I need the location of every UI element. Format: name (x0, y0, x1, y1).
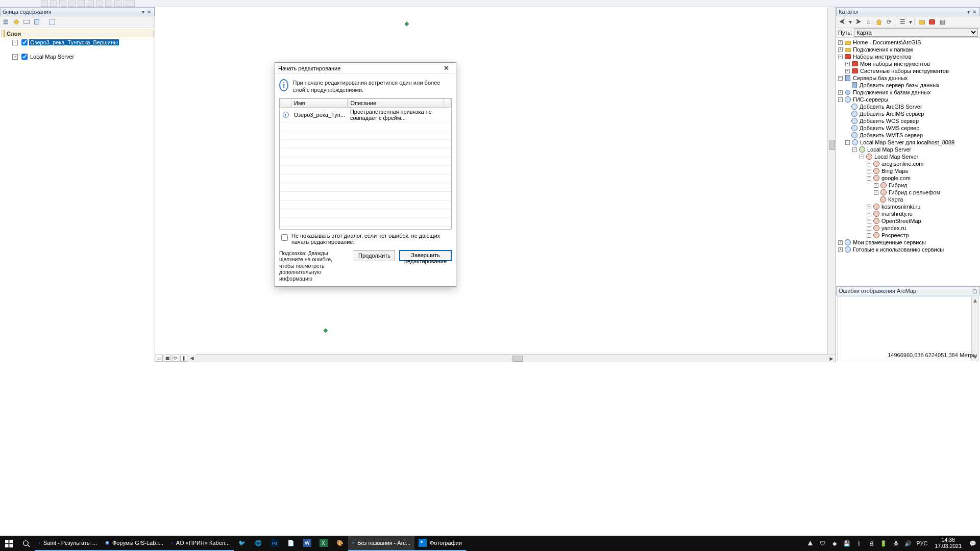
layer-visibility-checkbox[interactable] (21, 39, 28, 45)
refresh-icon[interactable]: ⟳ (885, 17, 894, 27)
catalog-node-local-map-server[interactable]: −Local Map Server (837, 146, 979, 153)
task-notepad[interactable]: 📄 (283, 536, 299, 551)
task-photoshop[interactable]: Ps (266, 536, 283, 551)
map-view[interactable]: ▭ ▦ ⟳ ∥ ◄ ► (155, 7, 836, 362)
catalog-node-ready-services[interactable]: +Готовые к использованию сервисы (837, 246, 979, 253)
pause-button[interactable]: ∥ (180, 355, 187, 362)
task-chrome-prin[interactable]: АО «ПРИН» Кабел... (167, 536, 234, 551)
drawing-errors-close-icon[interactable]: ▢ (971, 288, 977, 294)
start-button[interactable] (0, 536, 17, 551)
toc-options-icon[interactable] (47, 17, 57, 27)
layout-view-button[interactable]: ▦ (164, 355, 171, 362)
notifications-icon[interactable]: 💬 (969, 539, 977, 547)
catalog-node-local-map-server-2[interactable]: −Local Map Server (837, 153, 979, 160)
catalog-path-select[interactable]: Карта (854, 28, 978, 37)
task-excel[interactable]: X (315, 536, 332, 551)
toc-tree[interactable]: Слои + Озеро3_река_Тунгуска_Вершины + Lo… (0, 28, 155, 362)
tray-network-icon[interactable]: 🖧 (892, 539, 900, 547)
col-name[interactable]: Имя (291, 98, 348, 107)
taskbar-clock[interactable]: 14:36 17.03.2021 (932, 537, 965, 549)
catalog-node-home[interactable]: +Home - Documents\ArcGIS (837, 39, 979, 46)
catalog-node-map[interactable]: Карта (837, 196, 979, 203)
catalog-node-my-hosted[interactable]: +Мои размещенные сервисы (837, 239, 979, 246)
dialog-titlebar[interactable]: Начать редактирование ✕ (275, 63, 456, 74)
up-icon[interactable]: ⌂ (864, 17, 873, 27)
drawing-errors-body[interactable]: ▲ ▼ (837, 296, 979, 361)
catalog-node-bing[interactable]: +Bing Maps (837, 167, 979, 174)
expand-icon[interactable]: + (12, 40, 18, 45)
catalog-node-db-connections[interactable]: +Подключения к базам данных (837, 89, 979, 96)
tray-volume-icon[interactable]: 🔊 (904, 539, 912, 547)
toc-close-icon[interactable]: ✕ (146, 9, 152, 15)
dont-show-checkbox[interactable] (281, 234, 288, 241)
back-dropdown-icon[interactable]: ▾ (848, 17, 853, 27)
toc-group-layers[interactable]: Слои (1, 30, 154, 37)
catalog-node-add-wms[interactable]: Добавить WMS сервер (837, 124, 979, 132)
catalog-node-toolsets[interactable]: −Наборы инструментов (837, 53, 979, 60)
task-word[interactable]: W (299, 536, 315, 551)
list-dropdown-icon[interactable]: ▾ (908, 17, 913, 27)
task-arcmap[interactable]: Без названия - Arc... (348, 536, 414, 551)
catalog-node-my-toolsets[interactable]: +Мои наборы инструментов (837, 60, 979, 67)
toc-list-by-selection-icon[interactable] (32, 17, 41, 27)
toc-list-by-source-icon[interactable] (12, 17, 21, 27)
taskbar[interactable]: Saint - Результаты ... Форумы GIS-Lab.i.… (0, 536, 980, 551)
catalog-tree[interactable]: +Home - Documents\ArcGIS +Подключения к … (836, 38, 980, 286)
search-button[interactable] (17, 536, 35, 551)
catalog-node-kosmosnimki[interactable]: +kosmosnimki.ru (837, 203, 979, 210)
toc-list-by-drawing-order-icon[interactable] (2, 17, 11, 27)
catalog-node-yandex[interactable]: +yandex.ru (837, 224, 979, 232)
catalog-node-rosreestr[interactable]: +Росреестр (837, 232, 979, 239)
task-app-2[interactable]: 🌐 (250, 536, 266, 551)
catalog-node-add-arcgis[interactable]: Добавить ArcGIS Server (837, 103, 979, 110)
refresh-button[interactable]: ⟳ (172, 355, 179, 362)
scroll-right-icon[interactable]: ► (827, 355, 836, 362)
warning-row[interactable]: i Озеро3_река_Тун... Пространственная пр… (280, 107, 451, 122)
tray-save-icon[interactable]: 💾 (843, 539, 851, 547)
home-icon[interactable] (874, 17, 884, 27)
catalog-node-add-arcims[interactable]: Добавить ArcIMS сервер (837, 110, 979, 117)
list-view-icon[interactable]: ☰ (898, 17, 907, 27)
tray-app-icon[interactable]: ◆ (830, 539, 839, 547)
catalog-node-folder-connections[interactable]: +Подключения к папкам (837, 46, 979, 53)
catalog-node-osm[interactable]: +OpenStreetMap (837, 217, 979, 224)
system-tray[interactable]: ⯅ 🛡 ◆ 💾 ᛒ 🖨 🔋 🖧 🔊 РУС 14:36 17.03.2021 💬 (803, 537, 980, 549)
map-vertical-scrollbar[interactable] (827, 7, 836, 354)
toc-layer-label[interactable]: Local Map Server (29, 54, 75, 60)
toc-layer-label[interactable]: Озеро3_река_Тунгуска_Вершины (29, 39, 119, 45)
drawing-errors-scrollbar[interactable]: ▲ ▼ (971, 297, 978, 361)
dialog-warning-grid[interactable]: Имя Описание i Озеро3_река_Тун... Простр… (279, 98, 452, 230)
continue-button[interactable]: Продолжить (354, 250, 395, 261)
toolbox-icon[interactable] (927, 17, 937, 27)
tray-battery-icon[interactable]: 🔋 (879, 539, 888, 547)
catalog-node-hybrid-relief[interactable]: +Гибрид с рельефом (837, 189, 979, 196)
task-app-1[interactable]: 🐦 (234, 536, 250, 551)
task-chrome-saint[interactable]: Saint - Результаты ... (35, 536, 101, 551)
dialog-close-icon[interactable]: ✕ (439, 64, 453, 73)
expand-icon[interactable]: + (12, 54, 18, 60)
toc-layer-local-map[interactable]: + Local Map Server (1, 53, 154, 61)
layer-visibility-checkbox[interactable] (21, 54, 28, 60)
task-chrome-gislab[interactable]: Форумы GIS-Lab.i... (101, 536, 167, 551)
catalog-node-sys-toolsets[interactable]: +Системные наборы инструментов (837, 67, 979, 74)
scroll-left-icon[interactable]: ◄ (188, 355, 196, 362)
catalog-node-add-wmts[interactable]: Добавить WMTS сервер (837, 132, 979, 139)
tray-up-icon[interactable]: ⯅ (806, 539, 814, 547)
map-horizontal-scrollbar[interactable]: ▭ ▦ ⟳ ∥ ◄ ► (155, 354, 836, 362)
toc-list-by-visibility-icon[interactable] (22, 17, 31, 27)
catalog-node-add-db-server[interactable]: Добавить сервер базы данных (837, 82, 979, 89)
task-paint[interactable]: 🎨 (332, 536, 348, 551)
catalog-node-hybrid[interactable]: +Гибрид (837, 182, 979, 189)
back-icon[interactable]: ⮜ (838, 17, 847, 27)
toc-layer-ozero[interactable]: + Озеро3_река_Тунгуска_Вершины (1, 38, 154, 46)
tray-lang[interactable]: РУС (916, 539, 927, 547)
catalog-pin-icon[interactable]: ▾ (965, 9, 971, 15)
stop-editing-button[interactable]: Завершить редактирование (399, 250, 452, 261)
catalog-node-arcgisonline[interactable]: +arcgisonline.com (837, 160, 979, 167)
options-icon[interactable]: ▤ (938, 17, 947, 27)
catalog-node-google[interactable]: −google.com (837, 174, 979, 182)
tray-bluetooth-icon[interactable]: ᛒ (855, 539, 863, 547)
data-view-button[interactable]: ▭ (156, 355, 163, 362)
tray-shield-icon[interactable]: 🛡 (818, 539, 826, 547)
catalog-node-local-map-host[interactable]: −Local Map Server для localhost_8089 (837, 139, 979, 146)
